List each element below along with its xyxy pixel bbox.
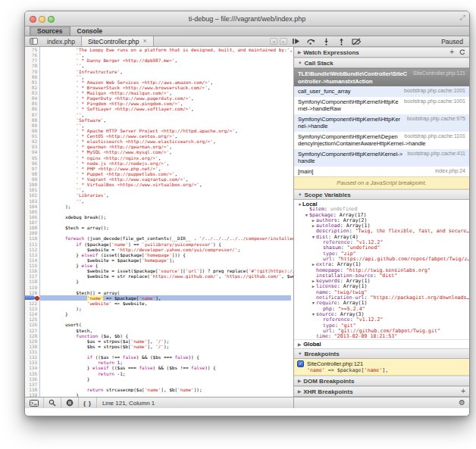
line-number-gutter[interactable]: 101 [25,187,40,192]
line-number-gutter[interactable]: 80 [25,74,40,80]
line-number-gutter[interactable]: 114 [25,257,40,263]
code-text[interactable]: } elseif (isset($package['homepage'])) { [40,252,186,257]
breakpoint-checkbox[interactable]: ✓ [297,360,304,367]
code-text[interactable] [40,349,43,354]
call-stack-frame[interactable]: index.php:24[main] [294,167,469,177]
scope-variable-row[interactable]: ▶authors: Array(2) [294,218,469,223]
code-text[interactable]: } [40,311,68,316]
line-number-gutter[interactable]: 136 [25,376,40,382]
line-number-gutter[interactable]: 87 [25,112,40,117]
code-text[interactable]: ); [40,204,70,209]
line-number-gutter[interactable]: 118 [25,279,40,284]
call-stack-frame[interactable]: bootstrap.php.cache:1001Symfony\Componen… [294,97,469,114]
code-text[interactable]: 'The Loopy Ewe runs on a platform that i… [40,47,293,52]
code-text[interactable]: '', [40,74,84,80]
line-number-gutter[interactable]: 115 [25,263,40,268]
line-number-gutter[interactable]: 86 [25,106,40,111]
call-stack-frame[interactable]: bootstrap.php.cache:411Symfony\Component… [294,149,469,167]
line-number-gutter[interactable]: 116 [25,268,40,273]
scope-variable-row[interactable]: reference: "v1.12.2" [294,317,469,323]
line-number-gutter[interactable]: 103 [25,198,40,204]
scope-variable-row[interactable]: notification-url: "https://packagist.org… [294,295,469,301]
code-text[interactable]: ' * Mailgun <http://mailgun.com/>', [40,90,172,95]
chevron-closed-icon[interactable]: ▶ [311,223,316,229]
tab-console[interactable]: Console [70,27,110,36]
line-number-gutter[interactable]: 93 [25,144,40,149]
code-area[interactable]: 75 'The Loopy Ewe runs on a platform tha… [25,47,293,397]
zoom-window-icon[interactable] [48,16,55,23]
code-text[interactable]: 'name' => $package['name'], [40,295,291,301]
line-number-gutter[interactable]: 112 [25,247,40,252]
line-number-gutter[interactable]: 120 [25,290,40,295]
line-number-gutter[interactable]: 121 [25,295,40,301]
code-text[interactable]: ' * Danny Berger <http://dpb587.me>', [40,58,177,63]
close-window-icon[interactable] [30,16,36,23]
code-text[interactable] [40,316,43,322]
scope-variable-row[interactable]: ▶extra: Array(1) [294,262,469,267]
line-number-gutter[interactable]: 117 [25,273,40,279]
line-number-gutter[interactable]: 106 [25,214,40,220]
line-number-gutter[interactable]: 110 [25,235,40,241]
search-icon[interactable] [44,398,61,408]
scope-variable-row[interactable]: reference: "v1.12.2" [294,240,469,245]
resume-button[interactable] [290,37,302,45]
scope-variable-row[interactable]: type: "git" [294,323,469,329]
code-text[interactable]: } elseif (($as === false) && ($bs !== fa… [40,365,216,370]
pretty-print-button[interactable]: { } [79,398,97,408]
breakpoints-header[interactable]: ▼ Breakpoints [294,348,469,359]
line-number-gutter[interactable]: 131 [25,349,40,354]
chevron-open-icon[interactable]: ▼ [311,235,316,240]
add-watch-icon[interactable]: + [449,48,454,56]
code-text[interactable]: 'Software', [40,117,106,123]
code-text[interactable]: ' * gearman <http://gearman.org/>', [40,144,172,149]
code-text[interactable]: '', [40,187,84,192]
code-text[interactable]: usort( [40,322,82,327]
code-text[interactable]: '', [40,63,84,68]
line-number-gutter[interactable]: 98 [25,171,40,176]
line-number-gutter[interactable]: 77 [25,58,40,63]
chevron-open-icon[interactable]: ▼ [304,213,309,218]
call-stack-frame[interactable]: bootstrap.php.cache:975Symfony\Component… [294,114,469,132]
code-text[interactable]: $website = $package['homepage']; [40,257,174,263]
code-text[interactable]: ' * Vagrant <http://www.vagrantup.com/>'… [40,176,188,182]
code-text[interactable]: ); [40,306,82,311]
code-text[interactable] [40,230,43,235]
scope-variable-row[interactable]: php: ">=5.2.4" [294,307,469,312]
line-number-gutter[interactable]: 92 [25,139,40,144]
code-text[interactable]: } [40,376,89,382]
line-number-gutter[interactable]: 133 [25,360,40,365]
scope-variable-row[interactable]: $item: undefined [294,207,469,212]
code-text[interactable]: '', [40,198,84,204]
line-number-gutter[interactable]: 83 [25,90,40,95]
step-into-button[interactable] [320,37,332,45]
scope-variable-row[interactable]: ▶autoload: Array(1) [294,223,469,229]
code-text[interactable]: ' * VirtualBox <https://www.virtualbox.o… [40,182,202,187]
code-text[interactable]: return 1; [40,360,123,365]
line-number-gutter[interactable]: 104 [25,204,40,209]
line-number-gutter[interactable]: 78 [25,63,40,68]
call-stack-header[interactable]: ▼ Call Stack [294,58,469,68]
code-text[interactable]: $tech = array(); [40,225,109,230]
code-text[interactable]: } [40,279,79,284]
line-number-gutter[interactable]: 109 [25,230,40,235]
scope-variables-header[interactable]: ▼ Scope Variables [294,189,469,200]
settings-gear-icon[interactable]: ⚙ [459,399,465,407]
code-text[interactable]: ' * BrowserStack <http://www.browserstac… [40,85,210,90]
add-xhr-breakpoint-icon[interactable]: + [461,388,465,395]
line-number-gutter[interactable]: 125 [25,316,40,322]
dom-breakpoints-header[interactable]: ▶ DOM Breakpoints [294,376,469,386]
tab-overflow-forward-icon[interactable]: ▸ [280,38,287,45]
scope-global-row[interactable]: ▶ Global [294,339,469,348]
code-text[interactable]: return strcasecmp($a['name'], $b['name']… [40,387,202,392]
call-stack-frame[interactable]: bootstrap.php.cache:1001call_user_func_a… [294,86,469,97]
line-number-gutter[interactable]: 127 [25,328,40,333]
line-number-gutter[interactable]: 85 [25,101,40,106]
disable-breakpoints-button[interactable] [350,37,362,45]
scope-variable-row[interactable]: url: "https://api.github.com/repos/fabpo… [294,257,469,262]
line-number-gutter[interactable]: 138 [25,387,40,392]
line-number-gutter[interactable]: 88 [25,117,40,123]
line-number-gutter[interactable]: 96 [25,161,40,166]
code-text[interactable]: ' * PHP <http://www.php.net/>', [40,166,161,171]
code-text[interactable]: ' * node.js <http://nodejs.org/>', [40,161,169,166]
line-number-gutter[interactable]: 123 [25,306,40,311]
